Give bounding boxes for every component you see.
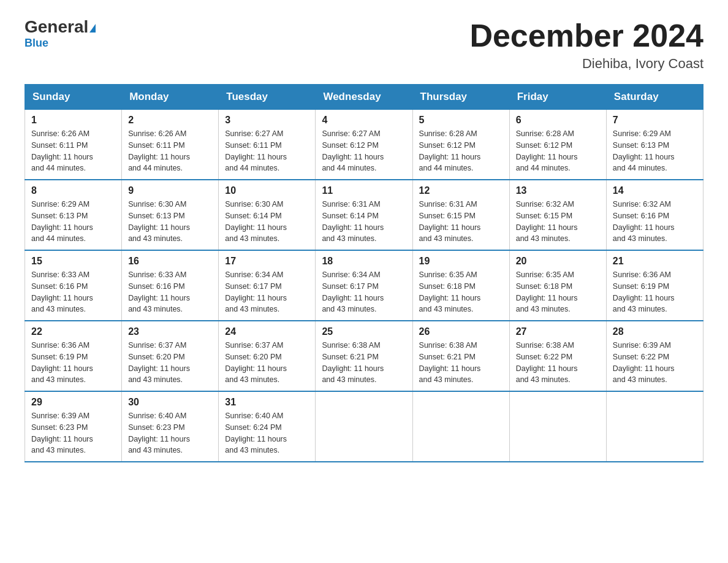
day-number: 5	[419, 115, 503, 126]
day-number: 2	[128, 115, 212, 126]
calendar-cell	[412, 391, 509, 462]
day-info: Sunrise: 6:40 AM Sunset: 6:23 PM Dayligh…	[128, 410, 212, 456]
day-info: Sunrise: 6:36 AM Sunset: 6:19 PM Dayligh…	[31, 340, 115, 386]
calendar-cell: 4 Sunrise: 6:27 AM Sunset: 6:12 PM Dayli…	[316, 110, 412, 180]
calendar-week-5: 29 Sunrise: 6:39 AM Sunset: 6:23 PM Dayl…	[25, 391, 703, 462]
logo-sub: Blue	[25, 37, 48, 50]
day-info: Sunrise: 6:27 AM Sunset: 6:12 PM Dayligh…	[322, 128, 406, 174]
calendar-table: SundayMondayTuesdayWednesdayThursdayFrid…	[25, 84, 703, 462]
day-info: Sunrise: 6:29 AM Sunset: 6:13 PM Dayligh…	[613, 128, 697, 174]
day-info: Sunrise: 6:27 AM Sunset: 6:11 PM Dayligh…	[225, 128, 309, 174]
calendar-cell: 18 Sunrise: 6:34 AM Sunset: 6:17 PM Dayl…	[316, 250, 412, 321]
day-number: 3	[225, 115, 309, 126]
calendar-cell: 28 Sunrise: 6:39 AM Sunset: 6:22 PM Dayl…	[606, 321, 703, 391]
day-header-tuesday: Tuesday	[219, 85, 316, 110]
day-info: Sunrise: 6:33 AM Sunset: 6:16 PM Dayligh…	[128, 269, 212, 315]
calendar-cell: 24 Sunrise: 6:37 AM Sunset: 6:20 PM Dayl…	[219, 321, 316, 391]
day-number: 22	[31, 326, 115, 337]
day-info: Sunrise: 6:38 AM Sunset: 6:22 PM Dayligh…	[516, 340, 600, 386]
day-number: 12	[419, 185, 503, 196]
day-info: Sunrise: 6:34 AM Sunset: 6:17 PM Dayligh…	[322, 269, 406, 315]
day-info: Sunrise: 6:28 AM Sunset: 6:12 PM Dayligh…	[516, 128, 600, 174]
day-info: Sunrise: 6:37 AM Sunset: 6:20 PM Dayligh…	[128, 340, 212, 386]
calendar-cell	[509, 391, 606, 462]
day-header-sunday: Sunday	[25, 85, 122, 110]
day-number: 24	[225, 326, 309, 337]
calendar-week-2: 8 Sunrise: 6:29 AM Sunset: 6:13 PM Dayli…	[25, 180, 703, 250]
day-number: 14	[613, 185, 697, 196]
calendar-cell: 1 Sunrise: 6:26 AM Sunset: 6:11 PM Dayli…	[25, 110, 122, 180]
calendar-cell: 7 Sunrise: 6:29 AM Sunset: 6:13 PM Dayli…	[606, 110, 703, 180]
day-number: 29	[31, 397, 115, 408]
day-number: 30	[128, 397, 212, 408]
calendar-cell	[316, 391, 412, 462]
calendar-cell: 9 Sunrise: 6:30 AM Sunset: 6:13 PM Dayli…	[122, 180, 219, 250]
day-number: 11	[322, 185, 406, 196]
day-info: Sunrise: 6:32 AM Sunset: 6:15 PM Dayligh…	[516, 199, 600, 245]
calendar-cell	[606, 391, 703, 462]
day-info: Sunrise: 6:35 AM Sunset: 6:18 PM Dayligh…	[516, 269, 600, 315]
calendar-cell: 23 Sunrise: 6:37 AM Sunset: 6:20 PM Dayl…	[122, 321, 219, 391]
day-number: 7	[613, 115, 697, 126]
day-info: Sunrise: 6:31 AM Sunset: 6:15 PM Dayligh…	[419, 199, 503, 245]
calendar-cell: 10 Sunrise: 6:30 AM Sunset: 6:14 PM Dayl…	[219, 180, 316, 250]
calendar-cell: 5 Sunrise: 6:28 AM Sunset: 6:12 PM Dayli…	[412, 110, 509, 180]
month-title: December 2024	[469, 18, 703, 53]
day-header-saturday: Saturday	[606, 85, 703, 110]
calendar-cell: 21 Sunrise: 6:36 AM Sunset: 6:19 PM Dayl…	[606, 250, 703, 321]
day-info: Sunrise: 6:37 AM Sunset: 6:20 PM Dayligh…	[225, 340, 309, 386]
calendar-cell: 22 Sunrise: 6:36 AM Sunset: 6:19 PM Dayl…	[25, 321, 122, 391]
calendar-cell: 12 Sunrise: 6:31 AM Sunset: 6:15 PM Dayl…	[412, 180, 509, 250]
calendar-week-4: 22 Sunrise: 6:36 AM Sunset: 6:19 PM Dayl…	[25, 321, 703, 391]
calendar-cell: 29 Sunrise: 6:39 AM Sunset: 6:23 PM Dayl…	[25, 391, 122, 462]
calendar-cell: 31 Sunrise: 6:40 AM Sunset: 6:24 PM Dayl…	[219, 391, 316, 462]
day-info: Sunrise: 6:34 AM Sunset: 6:17 PM Dayligh…	[225, 269, 309, 315]
day-number: 6	[516, 115, 600, 126]
day-info: Sunrise: 6:30 AM Sunset: 6:14 PM Dayligh…	[225, 199, 309, 245]
day-number: 8	[31, 185, 115, 196]
calendar-cell: 11 Sunrise: 6:31 AM Sunset: 6:14 PM Dayl…	[316, 180, 412, 250]
calendar-cell: 30 Sunrise: 6:40 AM Sunset: 6:23 PM Dayl…	[122, 391, 219, 462]
calendar-cell: 26 Sunrise: 6:38 AM Sunset: 6:21 PM Dayl…	[412, 321, 509, 391]
calendar-cell: 15 Sunrise: 6:33 AM Sunset: 6:16 PM Dayl…	[25, 250, 122, 321]
day-number: 18	[322, 256, 406, 267]
day-header-friday: Friday	[509, 85, 606, 110]
day-info: Sunrise: 6:32 AM Sunset: 6:16 PM Dayligh…	[613, 199, 697, 245]
day-header-thursday: Thursday	[412, 85, 509, 110]
calendar-cell: 6 Sunrise: 6:28 AM Sunset: 6:12 PM Dayli…	[509, 110, 606, 180]
day-info: Sunrise: 6:28 AM Sunset: 6:12 PM Dayligh…	[419, 128, 503, 174]
day-number: 28	[613, 326, 697, 337]
day-info: Sunrise: 6:26 AM Sunset: 6:11 PM Dayligh…	[128, 128, 212, 174]
page-header: General Blue December 2024 Diehiba, Ivor…	[25, 18, 703, 72]
day-info: Sunrise: 6:39 AM Sunset: 6:23 PM Dayligh…	[31, 410, 115, 456]
day-number: 26	[419, 326, 503, 337]
day-number: 17	[225, 256, 309, 267]
location: Diehiba, Ivory Coast	[469, 56, 703, 72]
day-number: 4	[322, 115, 406, 126]
day-number: 10	[225, 185, 309, 196]
day-header-wednesday: Wednesday	[316, 85, 412, 110]
title-section: December 2024 Diehiba, Ivory Coast	[469, 18, 703, 72]
calendar-cell: 19 Sunrise: 6:35 AM Sunset: 6:18 PM Dayl…	[412, 250, 509, 321]
day-number: 13	[516, 185, 600, 196]
day-info: Sunrise: 6:29 AM Sunset: 6:13 PM Dayligh…	[31, 199, 115, 245]
calendar-cell: 8 Sunrise: 6:29 AM Sunset: 6:13 PM Dayli…	[25, 180, 122, 250]
day-number: 20	[516, 256, 600, 267]
day-info: Sunrise: 6:30 AM Sunset: 6:13 PM Dayligh…	[128, 199, 212, 245]
calendar-cell: 25 Sunrise: 6:38 AM Sunset: 6:21 PM Dayl…	[316, 321, 412, 391]
day-number: 21	[613, 256, 697, 267]
calendar-cell: 27 Sunrise: 6:38 AM Sunset: 6:22 PM Dayl…	[509, 321, 606, 391]
logo: General Blue	[25, 18, 96, 50]
day-info: Sunrise: 6:35 AM Sunset: 6:18 PM Dayligh…	[419, 269, 503, 315]
day-header-monday: Monday	[122, 85, 219, 110]
day-number: 23	[128, 326, 212, 337]
calendar-cell: 20 Sunrise: 6:35 AM Sunset: 6:18 PM Dayl…	[509, 250, 606, 321]
calendar-week-3: 15 Sunrise: 6:33 AM Sunset: 6:16 PM Dayl…	[25, 250, 703, 321]
logo-main: General	[25, 18, 96, 36]
day-number: 9	[128, 185, 212, 196]
calendar-cell: 2 Sunrise: 6:26 AM Sunset: 6:11 PM Dayli…	[122, 110, 219, 180]
day-info: Sunrise: 6:40 AM Sunset: 6:24 PM Dayligh…	[225, 410, 309, 456]
day-number: 27	[516, 326, 600, 337]
day-number: 25	[322, 326, 406, 337]
calendar-header-row: SundayMondayTuesdayWednesdayThursdayFrid…	[25, 85, 703, 110]
